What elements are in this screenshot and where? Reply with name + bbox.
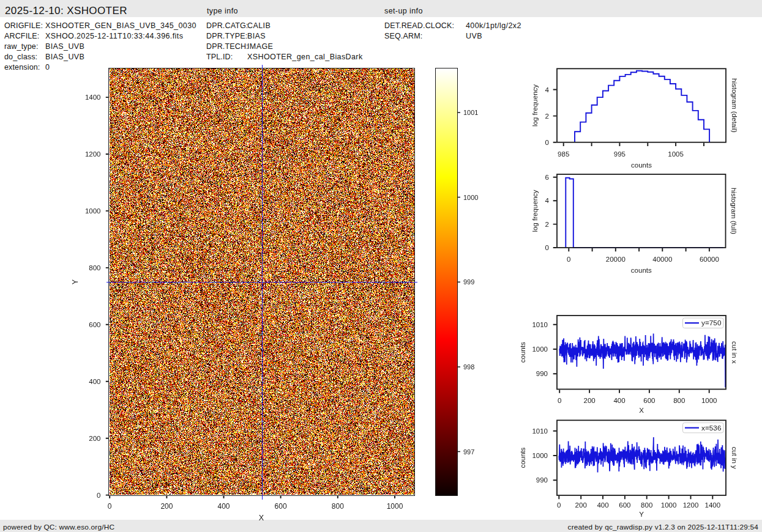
svg-text:400: 400 — [597, 501, 608, 509]
svg-text:997: 997 — [463, 448, 474, 456]
svg-text:990: 990 — [536, 370, 548, 377]
svg-text:800: 800 — [641, 501, 652, 509]
svg-text:0: 0 — [557, 501, 561, 509]
svg-text:600: 600 — [643, 397, 655, 404]
svg-text:200: 200 — [584, 397, 596, 404]
svg-text:2: 2 — [545, 113, 549, 120]
svg-text:990: 990 — [536, 476, 548, 484]
svg-text:200: 200 — [575, 501, 587, 509]
svg-text:0: 0 — [545, 139, 549, 146]
svg-text:0: 0 — [567, 256, 570, 263]
svg-text:1001: 1001 — [463, 109, 478, 116]
svg-text:cut in x: cut in x — [731, 341, 738, 364]
svg-text:4: 4 — [545, 86, 550, 94]
svg-text:1000: 1000 — [463, 194, 478, 201]
svg-text:995: 995 — [614, 150, 626, 158]
svg-text:Y: Y — [639, 511, 644, 518]
svg-text:log frequency: log frequency — [531, 84, 539, 127]
svg-text:1005: 1005 — [668, 150, 684, 158]
svg-text:1010: 1010 — [532, 321, 548, 328]
svg-text:20000: 20000 — [606, 256, 626, 263]
svg-text:1000: 1000 — [661, 501, 677, 509]
svg-text:800: 800 — [673, 397, 685, 404]
svg-text:985: 985 — [558, 150, 569, 158]
svg-text:0: 0 — [558, 397, 561, 404]
svg-text:counts: counts — [631, 267, 652, 274]
svg-text:400: 400 — [613, 397, 625, 404]
svg-text:counts: counts — [519, 342, 526, 363]
svg-text:40000: 40000 — [652, 256, 672, 263]
svg-text:600: 600 — [619, 501, 630, 509]
svg-text:60000: 60000 — [700, 256, 719, 263]
svg-text:counts: counts — [519, 447, 526, 468]
svg-text:X: X — [639, 407, 644, 414]
svg-text:0: 0 — [545, 244, 549, 251]
svg-text:4: 4 — [545, 197, 550, 204]
svg-text:histogram (full): histogram (full) — [730, 188, 738, 234]
svg-text:y=750: y=750 — [701, 319, 722, 327]
svg-text:1200: 1200 — [683, 501, 699, 509]
svg-text:2: 2 — [545, 221, 549, 228]
svg-text:cut in y: cut in y — [731, 446, 738, 469]
svg-text:999: 999 — [463, 278, 474, 286]
svg-text:6: 6 — [545, 174, 549, 181]
svg-text:1000: 1000 — [532, 452, 548, 459]
svg-text:1010: 1010 — [532, 427, 548, 435]
svg-text:998: 998 — [463, 363, 474, 371]
svg-text:1000: 1000 — [701, 397, 717, 404]
svg-text:histogram (detail): histogram (detail) — [731, 78, 738, 133]
svg-text:x=536: x=536 — [701, 424, 722, 432]
svg-text:counts: counts — [631, 161, 652, 169]
svg-text:1000: 1000 — [532, 345, 548, 353]
svg-text:log frequency: log frequency — [531, 190, 539, 232]
svg-text:1400: 1400 — [705, 501, 721, 509]
